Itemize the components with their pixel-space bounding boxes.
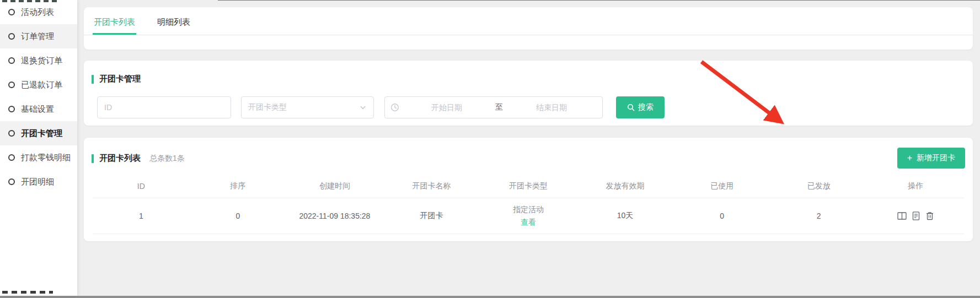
clipped-menu-item-fragment-top bbox=[2, 0, 57, 2]
cell-actions bbox=[867, 212, 965, 220]
cell-type-text: 指定活动 bbox=[480, 205, 577, 215]
tabs-card: 开团卡列表 明细列表 bbox=[84, 7, 973, 50]
document-icon[interactable] bbox=[912, 212, 920, 220]
cell-sort: 0 bbox=[190, 212, 287, 220]
filter-card: 开团卡管理 开团卡类型 至 bbox=[84, 61, 973, 126]
sidebar-item-3[interactable]: 已退款订单 bbox=[0, 73, 77, 97]
sidebar-item-label: 已退款订单 bbox=[21, 80, 62, 90]
filter-section-title: 开团卡管理 bbox=[84, 61, 973, 84]
sidebar-item-label: 开团明细 bbox=[21, 177, 54, 187]
sidebar: 活动列表订单管理退换货订单已退款订单基础设置开团卡管理打款零钱明细开团明细 bbox=[0, 0, 77, 296]
sidebar-item-1[interactable]: 订单管理 bbox=[0, 24, 77, 48]
col-header-sort: 排序 bbox=[190, 181, 287, 191]
circle-icon bbox=[8, 106, 15, 112]
card-type-select[interactable]: 开团卡类型 bbox=[241, 96, 374, 118]
cell-name: 开团卡 bbox=[383, 211, 480, 221]
table-row: 1 0 2022-11-09 18:35:28 开团卡 指定活动 查看 10天 … bbox=[93, 198, 964, 234]
cell-used: 0 bbox=[673, 212, 770, 220]
circle-icon bbox=[8, 33, 15, 40]
table-header-row: ID 排序 创建时间 开团卡名称 开团卡类型 发放有效期 已使用 已发放 操作 bbox=[93, 175, 964, 198]
plus-icon: + bbox=[907, 154, 912, 162]
card-type-select-placeholder: 开团卡类型 bbox=[248, 102, 287, 112]
sidebar-item-5[interactable]: 开团卡管理 bbox=[0, 121, 77, 145]
sidebar-item-label: 退换货订单 bbox=[21, 56, 62, 66]
circle-icon bbox=[8, 9, 15, 15]
col-header-name: 开团卡名称 bbox=[383, 181, 480, 191]
col-header-created: 创建时间 bbox=[286, 181, 383, 191]
col-header-id: ID bbox=[93, 182, 190, 191]
list-section-title: 开团卡列表 总条数1条 bbox=[84, 138, 973, 164]
circle-icon bbox=[8, 154, 15, 161]
start-date-input[interactable] bbox=[401, 102, 492, 112]
circle-icon bbox=[8, 57, 15, 64]
end-date-input[interactable] bbox=[506, 102, 597, 112]
date-range-separator: 至 bbox=[492, 102, 506, 112]
chevron-down-icon bbox=[359, 104, 367, 111]
filter-row: 开团卡类型 至 搜索 bbox=[97, 96, 973, 118]
col-header-type: 开团卡类型 bbox=[480, 181, 577, 191]
col-header-actions: 操作 bbox=[867, 181, 965, 191]
col-header-used: 已使用 bbox=[673, 181, 770, 191]
sidebar-item-7[interactable]: 开团明细 bbox=[0, 170, 77, 194]
clipped-menu-item-fragment-bottom bbox=[2, 291, 53, 294]
window-top-border bbox=[218, 0, 980, 1]
add-button-label: 新增开团卡 bbox=[917, 153, 955, 163]
tab-detail-list[interactable]: 明细列表 bbox=[156, 17, 191, 35]
search-icon bbox=[627, 104, 635, 111]
cell-validity: 10天 bbox=[577, 211, 674, 221]
circle-icon bbox=[8, 82, 15, 88]
list-card: 开团卡列表 总条数1条 + 新增开团卡 ID 排序 创建时间 开团卡名称 开团卡… bbox=[84, 138, 973, 241]
card-pages-icon[interactable] bbox=[897, 212, 907, 220]
id-input[interactable] bbox=[97, 96, 231, 118]
sidebar-item-label: 基础设置 bbox=[21, 104, 54, 115]
clock-icon bbox=[390, 103, 399, 112]
total-count-text: 总条数1条 bbox=[149, 154, 185, 164]
filter-title-text: 开团卡管理 bbox=[99, 74, 141, 84]
group-card-table: ID 排序 创建时间 开团卡名称 开团卡类型 发放有效期 已使用 已发放 操作 … bbox=[93, 175, 964, 234]
circle-icon bbox=[8, 178, 15, 185]
col-header-validity: 发放有效期 bbox=[577, 181, 674, 191]
search-button-label: 搜索 bbox=[638, 102, 654, 112]
list-title-text: 开团卡列表 bbox=[99, 153, 141, 164]
sidebar-item-0[interactable]: 活动列表 bbox=[0, 0, 77, 24]
sidebar-item-label: 订单管理 bbox=[21, 31, 54, 42]
search-button[interactable]: 搜索 bbox=[616, 96, 665, 118]
sidebar-item-label: 开团卡管理 bbox=[21, 128, 62, 139]
section-accent-bar bbox=[92, 154, 94, 163]
sidebar-item-4[interactable]: 基础设置 bbox=[0, 97, 77, 121]
window-bottom-bar bbox=[0, 296, 980, 298]
view-link[interactable]: 查看 bbox=[521, 218, 536, 227]
date-range-picker[interactable]: 至 bbox=[384, 96, 603, 118]
sidebar-item-label: 活动列表 bbox=[21, 7, 54, 18]
delete-icon[interactable] bbox=[925, 212, 934, 220]
tab-open-group-card-list[interactable]: 开团卡列表 bbox=[93, 17, 136, 35]
cell-created: 2022-11-09 18:35:28 bbox=[286, 212, 383, 220]
sidebar-item-6[interactable]: 打款零钱明细 bbox=[0, 145, 77, 170]
sidebar-item-2[interactable]: 退换货订单 bbox=[0, 48, 77, 73]
col-header-issued: 已发放 bbox=[770, 181, 867, 191]
cell-type: 指定活动 查看 bbox=[480, 205, 577, 227]
sidebar-item-label: 打款零钱明细 bbox=[21, 153, 71, 163]
tab-bar: 开团卡列表 明细列表 bbox=[84, 7, 973, 35]
add-group-card-button[interactable]: + 新增开团卡 bbox=[897, 148, 965, 169]
cell-id: 1 bbox=[93, 212, 190, 220]
cell-issued: 2 bbox=[770, 212, 867, 220]
circle-icon bbox=[8, 130, 15, 137]
section-accent-bar bbox=[92, 75, 94, 84]
